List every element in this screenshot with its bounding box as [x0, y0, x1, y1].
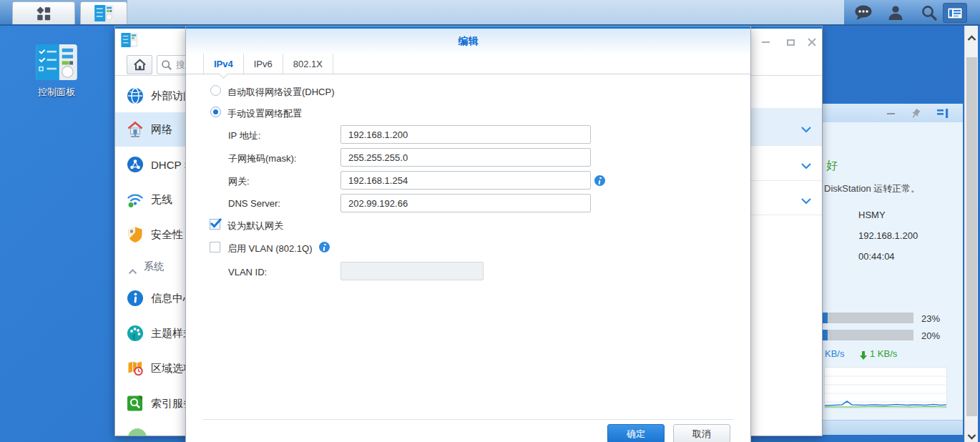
control-panel-icon	[36, 70, 77, 82]
chevron-down-icon[interactable]	[800, 123, 812, 130]
widget-minimize-icon[interactable]	[887, 113, 895, 114]
info-icon[interactable]	[319, 242, 330, 252]
ip-address-value: 192.168.1.200	[858, 230, 918, 241]
chat-icon	[853, 4, 873, 21]
default-gateway-checkbox[interactable]	[210, 219, 220, 230]
network-home-icon	[127, 121, 144, 138]
gateway-label: 网关:	[228, 175, 250, 188]
desktop-icon-label: 控制面板	[31, 86, 82, 99]
footer-divider	[203, 419, 733, 420]
user-menu-button[interactable]	[886, 4, 906, 21]
topbar	[0, 0, 980, 26]
download-speed-label: 1 KB/s	[870, 348, 897, 359]
desktop-icon-control-panel[interactable]: 控制面板	[31, 44, 82, 99]
ram-percent-label: 20%	[921, 330, 940, 341]
pin-icon[interactable]	[910, 108, 921, 122]
health-status-greeting: 好	[826, 159, 838, 174]
subnet-mask-field[interactable]	[340, 148, 591, 167]
radio-manual[interactable]	[210, 107, 221, 117]
widget-panel-icon[interactable]	[937, 109, 949, 122]
tabs-divider	[186, 74, 750, 74]
shield-icon	[127, 226, 144, 243]
dns-server-label: DNS Server:	[228, 198, 280, 209]
user-icon	[887, 4, 904, 21]
network-traffic-chart	[824, 367, 947, 408]
vlan-checkbox-label: 启用 VLAN (802.1Q)	[227, 242, 313, 255]
page-scrollbar[interactable]	[964, 26, 978, 442]
default-gateway-label: 设为默认网关	[227, 220, 283, 232]
server-name-value: HSMY	[858, 210, 886, 220]
search-icon	[921, 4, 938, 21]
cpu-usage-bar-fill	[823, 313, 828, 323]
info-icon[interactable]	[594, 175, 605, 186]
ip-address-field[interactable]	[340, 125, 591, 144]
vlan-checkbox[interactable]	[210, 242, 220, 252]
close-button[interactable]	[804, 36, 820, 48]
globe-icon	[127, 87, 144, 104]
chevron-down-icon[interactable]	[800, 159, 812, 167]
gateway-field[interactable]	[340, 171, 591, 190]
radio-dhcp-label: 自动取得网络设置(DHCP)	[227, 86, 335, 99]
partial-next-icon	[128, 428, 147, 436]
control-panel-app-icon	[94, 5, 114, 21]
taskbar-control-panel-button[interactable]	[80, 1, 127, 24]
ok-button[interactable]: 确定	[607, 424, 665, 442]
radio-manual-label: 手动设置网络配置	[227, 107, 302, 120]
ram-usage-bar	[823, 330, 913, 340]
widget-header	[823, 102, 963, 122]
dialog-title: 编辑	[186, 29, 750, 54]
vlan-id-field	[340, 262, 484, 280]
ip-address-label: IP 地址:	[228, 129, 260, 142]
pilot-view-icon	[947, 7, 963, 19]
chevron-down-icon[interactable]	[800, 195, 812, 202]
scroll-down-icon[interactable]	[967, 430, 976, 436]
cpu-percent-label: 23%	[921, 313, 940, 324]
main-menu-button[interactable]	[12, 1, 75, 24]
notifications-button[interactable]	[853, 4, 873, 21]
topbar-light-section	[127, 0, 844, 24]
cancel-button[interactable]: 取消	[673, 424, 730, 442]
subnet-mask-label: 子网掩码(mask):	[228, 152, 296, 165]
upload-speed-label: KB/s	[825, 348, 844, 359]
scrollbar-thumb[interactable]	[966, 57, 977, 416]
cpu-usage-bar	[823, 313, 913, 323]
system-health-widget-panel: 好 DiskStation 运转正常。 HSMY 192.168.1.200 0…	[823, 102, 963, 435]
radio-dhcp[interactable]	[210, 85, 221, 96]
edit-dialog: 编辑 IPv4 IPv6 802.1X 自动取得网络设置(DHCP) 手动设置网…	[185, 26, 751, 442]
search-button[interactable]	[919, 4, 939, 21]
map-clock-icon	[127, 360, 144, 377]
dns-server-field[interactable]	[340, 194, 591, 212]
tab-ipv6[interactable]: IPv6	[244, 54, 283, 74]
index-search-icon	[127, 395, 144, 412]
minimize-button[interactable]	[758, 36, 773, 48]
health-status-text: DiskStation 运转正常。	[824, 182, 920, 195]
palette-icon	[127, 325, 144, 342]
wifi-icon	[127, 191, 144, 208]
next-widget-header	[823, 420, 963, 435]
download-arrow-icon	[860, 350, 867, 363]
pilot-view-button[interactable]	[943, 3, 967, 23]
scroll-up-icon[interactable]	[967, 31, 976, 38]
search-icon	[161, 59, 172, 74]
home-button[interactable]	[127, 55, 152, 74]
chevron-up-icon	[128, 265, 137, 278]
uptime-value: 00:44:04	[858, 251, 895, 262]
window-title-icon	[121, 33, 138, 50]
main-menu-icon	[36, 6, 52, 21]
info-icon	[127, 290, 144, 307]
ram-usage-bar-fill	[823, 330, 828, 340]
vlan-id-label: VLAN ID:	[228, 267, 267, 278]
maximize-button[interactable]	[783, 36, 798, 48]
dhcp-server-icon	[127, 156, 144, 173]
tab-8021x[interactable]: 802.1X	[283, 54, 333, 74]
